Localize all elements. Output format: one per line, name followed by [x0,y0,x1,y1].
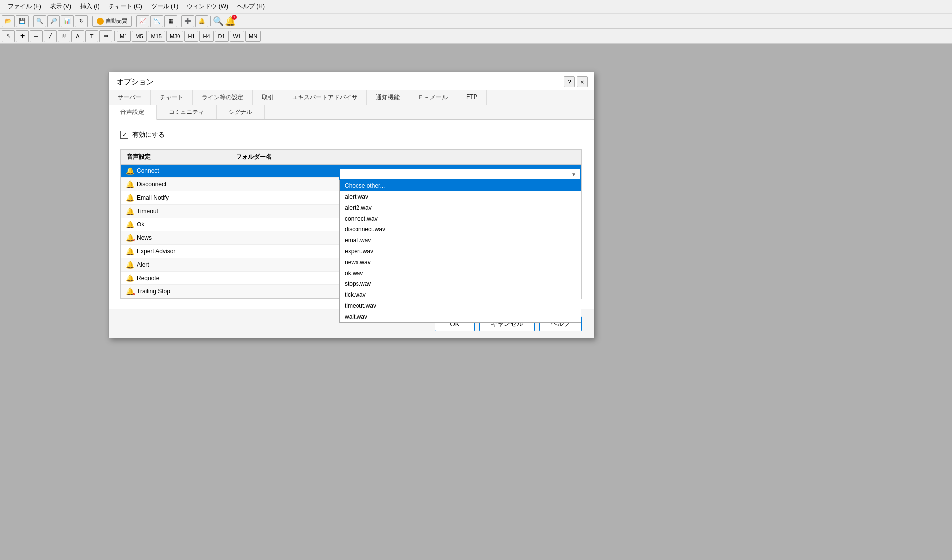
notification-icon[interactable]: 🔔 1 [225,16,236,27]
tab-notify[interactable]: 通知機能 [367,90,409,105]
tab-community[interactable]: コミュニティ [157,105,217,119]
notification-badge: 1 [232,15,237,20]
sound-folder-connect: Choose other ▼ Choose other... alert.wav… [230,168,581,173]
dropdown-item-timeout[interactable]: timeout.wav [340,300,581,311]
tab-signals[interactable]: シグナル [217,105,265,119]
sound-row-name: 🔔 Disconnect [121,178,230,191]
toolbar-refresh[interactable]: ↻ [75,15,88,27]
toolbar-sep-2 [90,16,90,26]
dropdown-item-wait[interactable]: wait.wav [340,311,581,322]
sound-name-requote: Requote [137,275,159,281]
tab-chart[interactable]: チャート [151,90,193,105]
bell-error-icon: 🔔 [126,234,134,242]
dropdown-item-ok[interactable]: ok.wav [340,268,581,279]
timeframe-d1[interactable]: D1 [215,31,229,42]
tab-trade[interactable]: 取引 [253,90,283,105]
toolbar-chart[interactable]: 📊 [61,15,74,27]
auto-trade-icon [97,18,104,25]
bell-icon: 🔔 [126,180,134,188]
sound-row-name: 🔔 Timeout [121,205,230,218]
toolbar-candle[interactable]: ▦ [164,15,177,27]
toolbar-bar-chart[interactable]: 📈 [136,15,149,27]
sound-row-name: 🔔 Email Notify [121,191,230,204]
dropdown-item-choose-other[interactable]: Choose other... [340,180,581,191]
sound-name-disconnect: Disconnect [137,181,166,188]
toolbar-arrow[interactable]: ⇒ [99,30,112,42]
toolbar-save[interactable]: 💾 [16,15,29,27]
toolbar-crosshair[interactable]: ✚ [16,30,29,42]
toolbar-line[interactable]: 📉 [150,15,163,27]
toolbar-trendline[interactable]: ╱ [44,30,57,42]
dropdown-item-connect[interactable]: connect.wav [340,213,581,224]
enable-row: 有効にする [120,130,582,139]
sound-name-alert: Alert [137,261,149,268]
dropdown-container: Choose other ▼ Choose other... alert.wav… [339,168,581,180]
sound-name-email: Email Notify [137,194,169,201]
dropdown-item-tick[interactable]: tick.wav [340,289,581,300]
bell-icon: 🔔 [126,261,134,269]
tab-server[interactable]: サーバー [109,90,151,105]
sound-name-connect: Connect [137,168,159,174]
dropdown-item-news[interactable]: news.wav [340,257,581,268]
dropdown-item-expert[interactable]: expert.wav [340,246,581,257]
toolbar-minus[interactable]: 🔔 [195,15,208,27]
toolbar-sep-1 [31,16,31,26]
timeframe-mn[interactable]: MN [245,31,261,42]
menu-tools[interactable]: ツール (T) [147,1,182,12]
toolbar-hline[interactable]: ─ [30,30,43,42]
menu-help[interactable]: ヘルプ (H) [233,1,269,12]
enable-checkbox[interactable] [120,131,128,139]
menu-insert[interactable]: 挿入 (I) [76,1,104,12]
toolbar-new[interactable]: 📂 [2,15,15,27]
toolbar-row-2: ↖ ✚ ─ ╱ ≋ A T ⇒ M1 M5 M15 M30 H1 H4 D1 W… [0,29,952,44]
timeframe-h1[interactable]: H1 [184,31,198,42]
timeframe-m15[interactable]: M15 [148,31,165,42]
timeframe-h4[interactable]: H4 [199,31,213,42]
dropdown-item-email[interactable]: email.wav [340,235,581,246]
options-dialog: オプション ? × サーバー チャート ライン等の設定 取引 エキスパートアドバ… [108,72,594,338]
toolbar-cursor[interactable]: ↖ [2,30,15,42]
timeframe-m1[interactable]: M1 [117,31,131,42]
dropdown-list[interactable]: Choose other... alert.wav alert2.wav con… [339,180,581,323]
tab-ftp[interactable]: FTP [457,90,487,105]
toolbar-label[interactable]: T [85,30,98,42]
dropdown-item-stops[interactable]: stops.wav [340,279,581,289]
menu-file[interactable]: ファイル (F) [4,1,45,12]
bell-icon: 🔔 [126,194,134,202]
dropdown-item-alert2[interactable]: alert2.wav [340,202,581,213]
sound-table: 音声設定 フォルダー名 🔔 Connect Choose other [120,149,582,299]
tab-email[interactable]: Ｅ－メール [409,90,457,105]
dialog-close-button[interactable]: × [577,76,588,87]
table-row[interactable]: 🔔 Connect Choose other ▼ Choose other... [121,165,581,178]
sound-name-timeout: Timeout [137,208,158,215]
menu-view[interactable]: 表示 (V) [46,1,75,12]
dialog-help-button[interactable]: ? [564,76,575,87]
timeframe-m30[interactable]: M30 [166,31,183,42]
dialog-body: 有効にする 音声設定 フォルダー名 🔔 Connect [109,120,594,309]
bell-icon: 🔔 [126,167,134,175]
menu-window[interactable]: ウィンドウ (W) [183,1,232,12]
tab-expert[interactable]: エキスパートアドバイザ [283,90,367,105]
toolbar-fib[interactable]: ≋ [58,30,70,42]
toolbar-text[interactable]: A [71,30,84,42]
toolbar-zoom-in[interactable]: 🔍 [33,15,46,27]
tab-sound-settings[interactable]: 音声設定 [109,105,157,120]
menu-chart[interactable]: チャート (C) [105,1,146,12]
dropdown-select[interactable]: Choose other ▼ [339,168,581,180]
dropdown-item-alert[interactable]: alert.wav [340,191,581,202]
app-bar: ファイル (F) 表示 (V) 挿入 (I) チャート (C) ツール (T) … [0,0,952,44]
tabs-row-2: 音声設定 コミュニティ シグナル [109,105,594,120]
sound-row-name: 🔔 Alert [121,258,230,271]
toolbar-zoom-out[interactable]: 🔎 [47,15,60,27]
tab-lines[interactable]: ライン等の設定 [193,90,253,105]
timeframe-w1[interactable]: W1 [230,31,245,42]
bell-icon: 🔔 [126,207,134,215]
enable-label: 有効にする [132,130,165,139]
timeframe-m5[interactable]: M5 [132,31,146,42]
sound-table-body: 🔔 Connect Choose other ▼ Choose other... [121,165,581,298]
search-icon[interactable]: 🔍 [213,16,224,27]
dropdown-item-disconnect[interactable]: disconnect.wav [340,224,581,235]
toolbar-plus[interactable]: ➕ [181,15,194,27]
toolbar-sep-4 [179,16,179,26]
auto-trade-button[interactable]: 自動売買 [92,16,132,27]
